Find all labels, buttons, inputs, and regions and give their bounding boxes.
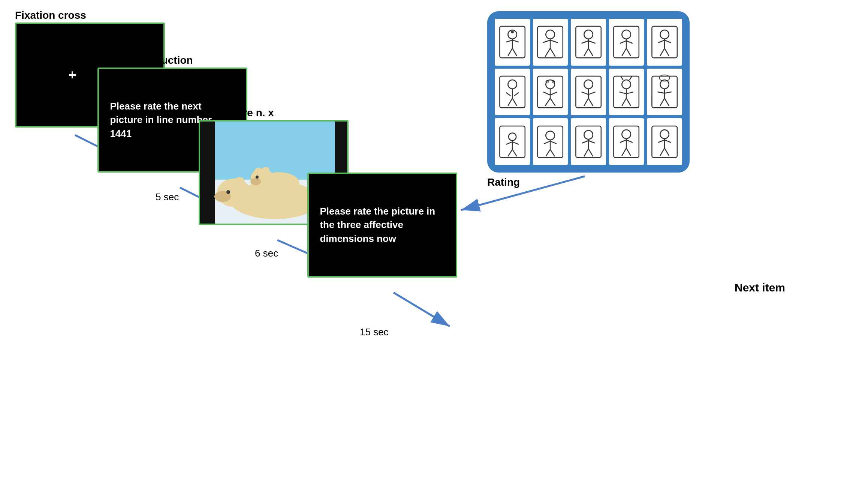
svg-line-111 bbox=[588, 140, 595, 143]
svg-line-124 bbox=[658, 140, 664, 143]
svg-point-101 bbox=[546, 131, 555, 140]
svg-line-112 bbox=[584, 149, 588, 156]
svg-point-122 bbox=[660, 130, 669, 139]
picture-label: Picture n. x bbox=[217, 107, 274, 119]
svg-line-64 bbox=[550, 92, 557, 95]
svg-line-103 bbox=[544, 141, 551, 144]
svg-line-106 bbox=[550, 149, 555, 156]
svg-line-88 bbox=[658, 92, 665, 93]
svg-line-74 bbox=[584, 98, 588, 106]
svg-line-73 bbox=[588, 92, 596, 95]
svg-point-13 bbox=[254, 168, 262, 174]
svg-line-84 bbox=[630, 76, 632, 80]
svg-point-33 bbox=[584, 30, 593, 39]
sam-cell-2-5 bbox=[647, 69, 682, 116]
sam-cell-1-5 bbox=[647, 19, 682, 66]
svg-line-30 bbox=[545, 48, 550, 57]
sam-cell-3-2 bbox=[533, 118, 568, 165]
svg-line-80 bbox=[627, 92, 634, 94]
svg-line-91 bbox=[664, 98, 669, 106]
svg-line-37 bbox=[584, 48, 588, 56]
rating-card bbox=[487, 11, 690, 173]
svg-line-19 bbox=[506, 40, 512, 42]
sam-cell-2-2 bbox=[533, 69, 568, 116]
svg-line-118 bbox=[627, 140, 633, 143]
svg-line-35 bbox=[581, 41, 588, 44]
svg-line-31 bbox=[550, 48, 555, 57]
svg-point-54 bbox=[508, 80, 517, 89]
svg-line-83 bbox=[621, 76, 623, 80]
svg-line-79 bbox=[620, 92, 627, 94]
svg-line-127 bbox=[664, 148, 669, 156]
svg-line-120 bbox=[627, 148, 631, 156]
svg-line-51 bbox=[660, 48, 664, 56]
arrow-rating-to-next bbox=[394, 293, 450, 326]
sam-cell-1-3 bbox=[571, 19, 606, 66]
svg-point-24 bbox=[511, 31, 513, 33]
svg-point-115 bbox=[622, 130, 631, 139]
svg-line-110 bbox=[582, 140, 588, 143]
svg-line-81 bbox=[622, 98, 627, 106]
timing-6sec: 6 sec bbox=[255, 248, 278, 259]
sam-cell-3-4 bbox=[609, 118, 644, 165]
rating-label: Rating bbox=[487, 176, 520, 188]
svg-point-26 bbox=[546, 30, 555, 39]
svg-point-11 bbox=[250, 178, 261, 185]
svg-line-59 bbox=[512, 98, 517, 106]
svg-line-49 bbox=[658, 40, 664, 43]
svg-line-52 bbox=[664, 48, 669, 56]
svg-line-125 bbox=[664, 140, 671, 143]
svg-point-14 bbox=[226, 190, 230, 194]
svg-line-65 bbox=[545, 98, 550, 106]
sam-cell-2-3 bbox=[571, 69, 606, 116]
svg-line-98 bbox=[508, 149, 512, 156]
svg-point-15 bbox=[256, 176, 259, 179]
sam-cell-3-5 bbox=[647, 118, 682, 165]
svg-line-97 bbox=[512, 142, 519, 144]
svg-line-113 bbox=[588, 149, 593, 156]
svg-line-117 bbox=[620, 140, 627, 143]
svg-line-58 bbox=[508, 98, 512, 106]
svg-line-104 bbox=[550, 141, 557, 144]
svg-line-63 bbox=[543, 92, 551, 95]
svg-line-96 bbox=[506, 142, 512, 144]
svg-line-22 bbox=[512, 48, 517, 56]
next-item-label: Next item bbox=[735, 281, 785, 294]
rating-instruction-screen: Please rate the picture in the three aff… bbox=[307, 173, 457, 278]
svg-point-108 bbox=[584, 130, 593, 139]
rating-instruction-text: Please rate the picture in the three aff… bbox=[320, 204, 444, 245]
svg-line-44 bbox=[622, 48, 627, 56]
svg-point-12 bbox=[262, 167, 269, 174]
svg-point-40 bbox=[622, 30, 631, 39]
svg-line-75 bbox=[588, 98, 593, 106]
svg-line-119 bbox=[622, 148, 627, 156]
arrow-rating-card-to-screen bbox=[461, 176, 585, 210]
sam-cell-1-4 bbox=[609, 19, 644, 66]
svg-line-105 bbox=[546, 149, 551, 156]
svg-line-36 bbox=[588, 41, 596, 44]
sam-cell-2-4 bbox=[609, 69, 644, 116]
svg-point-8 bbox=[234, 177, 245, 186]
svg-point-70 bbox=[584, 80, 593, 89]
svg-line-126 bbox=[660, 148, 664, 156]
fixation-cross-label: Fixation cross bbox=[15, 9, 86, 21]
svg-line-57 bbox=[514, 93, 519, 96]
svg-point-61 bbox=[546, 80, 555, 89]
svg-line-29 bbox=[550, 40, 558, 43]
timing-5sec: 5 sec bbox=[156, 191, 179, 203]
svg-point-77 bbox=[622, 80, 631, 89]
svg-line-28 bbox=[543, 40, 550, 43]
svg-rect-1 bbox=[200, 122, 215, 225]
fixation-symbol: + bbox=[68, 67, 76, 83]
svg-line-20 bbox=[512, 40, 519, 42]
instruction-label: Instruction bbox=[139, 54, 193, 66]
sam-cell-1-1 bbox=[495, 19, 530, 66]
svg-line-50 bbox=[664, 40, 671, 43]
sam-cell-2-1 bbox=[495, 69, 530, 116]
svg-line-82 bbox=[627, 98, 631, 106]
svg-line-66 bbox=[550, 98, 555, 106]
svg-line-99 bbox=[512, 149, 517, 156]
timing-15sec: 15 sec bbox=[360, 326, 389, 338]
sam-cell-3-3 bbox=[571, 118, 606, 165]
svg-line-89 bbox=[664, 92, 672, 93]
